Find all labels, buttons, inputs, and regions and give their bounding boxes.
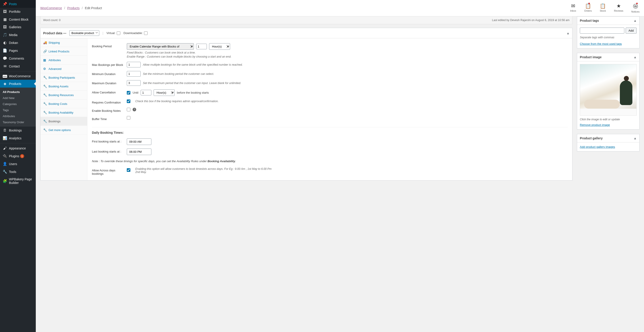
submenu-attributes[interactable]: Attributes <box>0 113 36 119</box>
requires-conf-checkbox[interactable] <box>127 99 130 103</box>
tab-bookings[interactable]: 🔧Bookings <box>40 117 87 126</box>
help-icon[interactable]: ? <box>132 108 136 111</box>
tab-label: Booking Assets <box>48 85 68 88</box>
field-help: Set the minimum booking period the custo… <box>143 72 214 76</box>
sidebar-item-plugins[interactable]: 🔌Plugins1 <box>0 152 36 160</box>
sidebar-item-galleries[interactable]: 🖼Galleries <box>0 23 36 31</box>
tab-icon: 🔧 <box>43 111 47 114</box>
tag-input[interactable] <box>580 28 624 34</box>
virtual-label: Virtual: <box>106 31 120 35</box>
wordcount-bar: Word count: 0 Last edited by Devesh Raja… <box>40 16 572 24</box>
submenu-categories[interactable]: Categories <box>0 101 36 107</box>
first-booking-input[interactable] <box>127 138 152 145</box>
cancel-value-input[interactable] <box>141 90 152 95</box>
collapse-icon[interactable]: ▲ <box>634 19 636 22</box>
collapse-icon[interactable]: ▲ <box>634 136 636 140</box>
tab-icon: 🔧 <box>43 93 47 97</box>
product-type-select[interactable]: Bookable product <box>69 30 99 36</box>
sidebar-item-media[interactable]: 🎵Media <box>0 31 36 39</box>
sidebar-item-label: Products <box>9 82 21 86</box>
field-help: Set the maximum period that the customer… <box>143 82 241 85</box>
sidebar-item-wpbakery-page-builder[interactable]: 🧩WPBakery Page Builder <box>0 176 36 186</box>
tab-booking-availability[interactable]: 🔧Booking Availability <box>40 108 87 117</box>
tab-advanced[interactable]: ⚙Advanced <box>40 65 87 73</box>
submenu-all-products[interactable]: All Products <box>0 89 36 95</box>
sidebar-item-dokan[interactable]: ◐Dokan <box>0 39 36 47</box>
tab-booking-participants[interactable]: 🔧Booking Participants <box>40 73 87 82</box>
sidebar-item-tools[interactable]: 🔧Tools <box>0 168 36 176</box>
top-icon-inbox[interactable]: ✉Inbox <box>570 3 576 13</box>
sidebar-item-portfolio[interactable]: 🖼Portfolio <box>0 8 36 16</box>
sidebar-item-contact[interactable]: ✉Contact <box>0 62 36 70</box>
sidebar-item-label: Dokan <box>9 41 18 45</box>
menu-icon: ✉ <box>3 64 7 68</box>
buffer-time-row: Buffer Time <box>92 114 568 122</box>
submenu-add-new[interactable]: Add New <box>0 95 36 101</box>
tags-hint: Separate tags with commas <box>580 36 636 39</box>
collapse-icon[interactable]: ▲ <box>634 55 636 59</box>
sidebar-item-appearance[interactable]: 🖌Appearance <box>0 144 36 152</box>
tab-booking-costs[interactable]: 🔧Booking Costs <box>40 99 87 108</box>
sidebar-item-label: Tools <box>9 170 16 174</box>
tab-icon: ▦ <box>43 58 47 62</box>
booking-period-select[interactable]: Enable Calendar Range with Blocks of <box>127 43 194 50</box>
tab-linked-products[interactable]: 🔗Linked Products <box>40 47 87 56</box>
tab-booking-resources[interactable]: 🔧Booking Resources <box>40 91 87 99</box>
downloadable-checkbox[interactable] <box>144 31 148 35</box>
allow-cancel-row: Allow Cancellation Until Hour(s) before … <box>92 88 568 98</box>
max-bookings-input[interactable] <box>127 62 141 67</box>
cancel-after-text: before the booking starts <box>177 91 209 94</box>
tab-shipping[interactable]: 🚚Shipping <box>40 38 87 47</box>
tab-label: Booking Availability <box>48 111 73 114</box>
sidebar-item-bookings[interactable]: 🗓Bookings <box>0 127 36 134</box>
product-gallery-panel: Product gallery ▲ Add product gallery im… <box>577 134 640 151</box>
submenu-taxonomy-order[interactable]: Taxonomy Order <box>0 119 36 125</box>
allow-across-checkbox[interactable] <box>127 168 130 172</box>
sidebar-item-pages[interactable]: 📄Pages <box>0 47 36 54</box>
tab-icon: ⚙ <box>43 67 47 71</box>
top-icon-orders[interactable]: 📋Orders <box>584 3 592 13</box>
tab-label: Attributes <box>48 59 61 62</box>
most-used-tags-link[interactable]: Choose from the most used tags <box>580 42 622 46</box>
products-icon: ◈ <box>3 82 7 86</box>
image-hint: Click the image to edit or update <box>580 118 636 121</box>
sidebar-item-products[interactable]: ◈ Products <box>0 80 36 88</box>
allow-cancel-checkbox[interactable] <box>127 91 130 95</box>
allow-across-row: Allow Across days bookings Enabling this… <box>92 165 568 177</box>
tab-label: Bookings <box>48 120 60 123</box>
tab-get-more-options[interactable]: 🔧Get more options <box>40 126 87 134</box>
enable-notes-checkbox[interactable] <box>127 108 130 111</box>
enable-notes-row: Enable Booking Notes ? <box>92 106 568 114</box>
add-tag-button[interactable]: Add <box>626 28 636 34</box>
product-image-thumbnail[interactable] <box>580 64 636 116</box>
add-gallery-link[interactable]: Add product gallery images <box>580 145 615 148</box>
top-icon-reviews[interactable]: ★Reviews <box>614 3 624 13</box>
field-label: Buffer Time <box>92 116 123 121</box>
breadcrumb-products[interactable]: Products <box>67 6 80 10</box>
booking-period-unit-select[interactable]: Hour(s) <box>209 43 230 50</box>
tab-attributes[interactable]: ▦Attributes <box>40 56 87 65</box>
field-help: Allow multiple bookings for the same blo… <box>143 63 242 66</box>
buffer-time-checkbox[interactable] <box>127 116 130 120</box>
product-image-panel: Product image ▲ Click the image to edit … <box>577 53 640 129</box>
min-duration-input[interactable] <box>127 71 141 77</box>
submenu-tags[interactable]: Tags <box>0 107 36 113</box>
sidebar-item-analytics[interactable]: 📊Analytics <box>0 134 36 142</box>
virtual-checkbox[interactable] <box>117 31 120 35</box>
sidebar-item-label: Bookings <box>9 129 22 132</box>
last-booking-input[interactable] <box>127 148 152 155</box>
sidebar-item-content-block[interactable]: ▦Content Block <box>0 16 36 23</box>
max-duration-input[interactable] <box>127 80 141 86</box>
top-icon-stock[interactable]: 📋Stock <box>600 3 606 13</box>
breadcrumb-woocommerce[interactable]: WooCommerce <box>40 6 62 10</box>
sidebar-item-users[interactable]: 👤Users <box>0 160 36 168</box>
sidebar-item-posts[interactable]: 📌Posts <box>0 0 36 8</box>
cancel-unit-select[interactable]: Hour(s) <box>154 89 175 96</box>
collapse-icon[interactable]: ▲ <box>566 31 570 35</box>
sidebar-item-comments[interactable]: 💬Comments <box>0 54 36 62</box>
sidebar-item-woocommerce[interactable]: woo WooCommerce <box>0 73 36 80</box>
booking-period-blocks-input[interactable] <box>196 44 207 49</box>
remove-image-link[interactable]: Remove product image <box>580 123 610 127</box>
tab-booking-assets[interactable]: 🔧Booking Assets <box>40 82 87 91</box>
top-icon-notices[interactable]: ⓦNotices <box>631 3 640 13</box>
